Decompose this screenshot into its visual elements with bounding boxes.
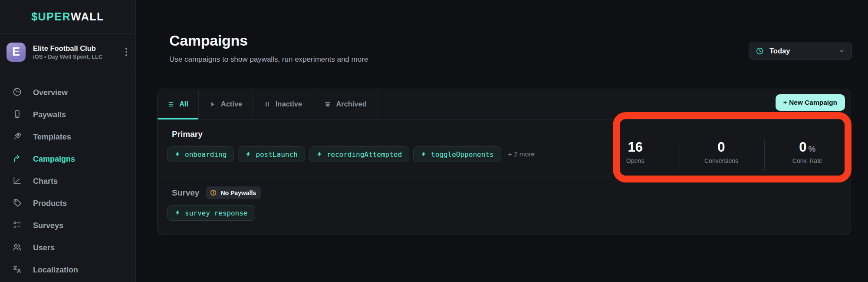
bolt-icon — [174, 151, 181, 157]
campaign-name: Primary — [172, 129, 203, 139]
badge-label: No Paywalls — [220, 189, 256, 196]
stat-label: Opens — [592, 157, 678, 164]
tab-all[interactable]: All — [158, 89, 199, 119]
sidebar-item-label: Charts — [33, 177, 58, 186]
trigger-tag: postLaunch — [238, 146, 305, 162]
stat-value: 0 — [678, 140, 764, 154]
sidebar-item-label: Paywalls — [33, 110, 66, 119]
sidebar-item-label: Users — [33, 243, 55, 252]
tab-inactive[interactable]: Inactive — [253, 89, 313, 119]
stat-opens: 16 Opens — [592, 139, 678, 171]
sidebar-item-label: Surveys — [33, 221, 63, 230]
campaigns-card: All Active Inactive Archived + New Campa… — [157, 89, 851, 235]
page-title: Campaigns — [169, 32, 248, 49]
sidebar-item-paywalls[interactable]: Paywalls — [0, 104, 135, 126]
tab-archived[interactable]: Archived — [313, 89, 378, 119]
superwall-logo: $UPERWALL — [0, 0, 135, 34]
stat-suffix: % — [808, 144, 815, 153]
sidebar-item-users[interactable]: Users — [0, 237, 135, 259]
campaign-tabs: All Active Inactive Archived + New Campa… — [158, 89, 851, 119]
sidebar-item-surveys[interactable]: Surveys — [0, 215, 135, 237]
trigger-tag: toggleOpponents — [413, 146, 501, 162]
price-tag-icon — [12, 198, 22, 209]
phone-icon — [12, 109, 22, 121]
bolt-icon — [421, 151, 427, 157]
sidebar-item-templates[interactable]: Templates — [0, 126, 135, 148]
workspace-avatar: E — [7, 43, 26, 62]
bolt-icon — [174, 210, 181, 216]
stat-value: 16 — [592, 140, 678, 154]
sidebar-item-campaigns[interactable]: Campaigns — [0, 148, 135, 170]
tab-label: Archived — [336, 100, 367, 108]
users-icon — [12, 242, 22, 254]
stat-conv-rate: 0% Conv. Rate — [764, 139, 850, 171]
chevron-down-icon — [838, 47, 845, 54]
bolt-icon — [316, 151, 322, 157]
sidebar-item-label: Campaigns — [33, 155, 75, 164]
sidebar-item-label: Overview — [33, 88, 68, 97]
trigger-tags: survey_response — [167, 205, 255, 221]
sidebar-item-label: Localization — [33, 265, 78, 275]
page-subtitle: Use campaigns to show paywalls, run expe… — [169, 55, 368, 64]
sidebar-nav: Overview Paywalls Templates Campaigns Ch… — [0, 70, 135, 281]
sidebar-item-charts[interactable]: Charts — [0, 170, 135, 192]
sidebar-item-localization[interactable]: Localization — [0, 259, 135, 281]
sidebar-item-label: Templates — [33, 133, 71, 142]
workspace-name: Elite Football Club — [33, 44, 102, 53]
campaign-stats: 16 Opens 0 Conversions 0% Conv. Rate — [592, 139, 850, 171]
tab-label: Inactive — [276, 100, 302, 108]
workspace-switcher[interactable]: E Elite Football Club iOS • Day Well Spe… — [0, 34, 135, 70]
campaign-arrow-icon — [12, 153, 22, 165]
bolt-icon — [245, 151, 251, 157]
more-triggers-label: + 2 more — [508, 150, 535, 158]
campaign-row-survey[interactable]: Survey No Paywalls survey_response — [158, 176, 851, 235]
info-icon — [210, 189, 217, 196]
play-icon — [209, 101, 216, 108]
trigger-tag: survey_response — [167, 205, 255, 221]
workspace-menu-button[interactable] — [122, 46, 131, 59]
trigger-tag: onboarding — [167, 146, 234, 162]
translate-icon — [12, 264, 22, 276]
sidebar-item-label: Products — [33, 199, 67, 208]
tab-label: Active — [221, 100, 243, 108]
stat-conversions: 0 Conversions — [678, 139, 764, 171]
sidebar-item-products[interactable]: Products — [0, 192, 135, 215]
rocket-icon — [12, 131, 22, 143]
stat-value: 0% — [765, 140, 850, 154]
kebab-icon — [125, 48, 127, 50]
line-chart-icon — [12, 176, 22, 187]
pause-icon — [264, 101, 271, 108]
list-icon — [168, 101, 174, 108]
sidebar-item-overview[interactable]: Overview — [0, 82, 135, 104]
new-campaign-button[interactable]: + New Campaign — [776, 94, 845, 111]
date-range-value: Today — [769, 47, 832, 55]
sidebar: $UPERWALL E Elite Football Club iOS • Da… — [0, 0, 136, 282]
logo-text-secondary: WALL — [71, 10, 104, 23]
stat-label: Conversions — [678, 157, 764, 164]
workspace-meta: iOS • Day Well Spent, LLC — [33, 53, 102, 60]
campaign-name: Survey — [172, 188, 199, 198]
tab-label: All — [179, 100, 188, 108]
archive-icon — [324, 101, 331, 108]
logo-text-primary: $UPER — [31, 10, 71, 23]
stat-label: Conv. Rate — [765, 157, 850, 164]
checklist-icon — [12, 220, 22, 232]
tab-active[interactable]: Active — [199, 89, 253, 119]
trigger-tags: onboarding postLaunch recordingAttempted… — [167, 146, 535, 162]
no-paywalls-badge: No Paywalls — [206, 186, 261, 199]
clock-icon — [756, 47, 764, 55]
campaign-row-primary[interactable]: Primary onboarding postLaunch recordingA… — [158, 119, 851, 176]
date-range-dropdown[interactable]: Today — [749, 42, 852, 60]
trigger-tag: recordingAttempted — [309, 146, 409, 162]
pie-chart-icon — [12, 87, 22, 99]
